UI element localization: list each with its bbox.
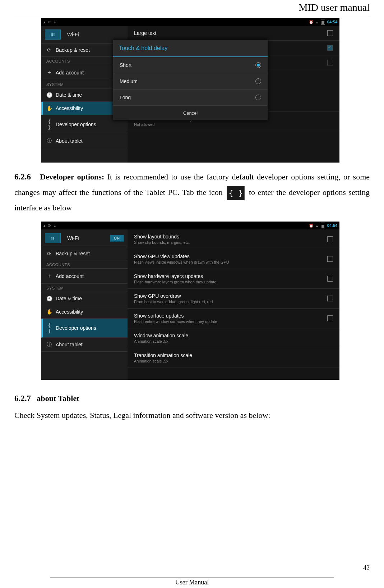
screenshot-developer-options: ▴ ⟳ ⇣ 04:54 Wi-Fi ON	[41, 222, 339, 380]
plus-icon	[46, 69, 52, 76]
wifi-on-toggle[interactable]: ON	[110, 235, 124, 242]
option-label: Medium	[120, 78, 138, 84]
statusbar-left-icons: ▴ ⟳ ⇣	[43, 223, 56, 228]
dialog-touch-hold-delay: Touch & hold delay Short Medium Long Can…	[113, 40, 268, 120]
download-icon: ⇣	[53, 20, 56, 24]
settings-content: Show layout boundsShow clip bounds, marg…	[128, 229, 339, 380]
header-title: MID user manual	[14, 2, 370, 13]
sidebar-item-add-account[interactable]: Add account	[41, 269, 128, 284]
setting-row[interactable]: Show GPU overdrawFrom best to worst: blu…	[128, 289, 339, 309]
setting-row[interactable]: Show layout boundsShow clip bounds, marg…	[128, 229, 339, 249]
footer: User Manual	[14, 578, 370, 586]
checkbox[interactable]	[327, 236, 333, 242]
checkbox[interactable]	[327, 276, 333, 282]
setting-title: Show surface updates	[134, 313, 217, 319]
setting-subtitle: Animation scale .5x	[134, 339, 188, 343]
hand-icon	[46, 105, 52, 111]
setting-row[interactable]: Window animation scaleAnimation scale .5…	[128, 328, 339, 348]
info-icon	[46, 341, 52, 348]
backup-icon	[46, 47, 52, 53]
clock-icon	[46, 296, 52, 301]
setting-title: Show layout bounds	[134, 234, 190, 240]
braces-icon	[46, 119, 52, 130]
setting-subtitle: Flash hardware layers green when they up…	[134, 280, 216, 284]
radio-selected[interactable]	[255, 62, 261, 68]
paragraph-627-line1: 6.2.7 about Tablet	[14, 391, 370, 406]
status-bar: ▴ ⟳ ⇣ 04:54	[41, 222, 339, 229]
sidebar-item-label: Add account	[56, 70, 84, 76]
sidebar-header-system: SYSTEM	[41, 284, 128, 292]
radio[interactable]	[255, 78, 261, 84]
setting-row-large-text[interactable]: Large text	[128, 26, 339, 41]
statusbar-time: 04:54	[327, 20, 337, 24]
clock-icon	[46, 92, 52, 98]
battery-icon	[321, 19, 325, 25]
setting-subtitle: From best to worst: blue, green, light r…	[134, 300, 213, 304]
option-label: Long	[120, 95, 131, 100]
wifi-signal-icon	[315, 20, 319, 24]
sidebar-item-label: About tablet	[56, 138, 83, 144]
hand-icon	[46, 309, 52, 315]
section-number: 6.2.6	[14, 172, 31, 181]
wifi-tile-icon	[45, 233, 61, 243]
backup-icon	[46, 251, 52, 256]
sidebar-item-backup-reset[interactable]: Backup & reset	[41, 247, 128, 260]
sidebar-item-label: About tablet	[56, 342, 83, 347]
checkbox[interactable]	[327, 315, 333, 321]
paragraph-627-line2: Check System updates, Status, Legal info…	[14, 408, 370, 423]
sidebar-item-label: Date & time	[56, 92, 82, 98]
dialog-option-medium[interactable]: Medium	[113, 73, 268, 90]
option-label: Short	[120, 62, 131, 68]
checkbox[interactable]	[327, 30, 333, 36]
checkbox[interactable]	[327, 60, 333, 65]
setting-title: Show hardware layers updates	[134, 273, 216, 279]
sidebar-header-accounts: ACCOUNTS	[41, 260, 128, 269]
dialog-option-short[interactable]: Short	[113, 57, 268, 73]
sidebar-item-label: Backup & reset	[56, 47, 90, 53]
checkbox[interactable]	[327, 296, 333, 301]
setting-title: Show GPU overdraw	[134, 293, 213, 299]
settings-sidebar: Wi-Fi ON Backup & reset ACCOUNTS Add acc…	[41, 229, 128, 380]
sidebar-item-wifi[interactable]: Wi-Fi ON	[41, 229, 128, 247]
wifi-signal-icon	[315, 223, 319, 228]
footer-label: User Manual	[175, 579, 209, 586]
sidebar-item-label: Accessibility	[56, 105, 83, 111]
sidebar-item-label: Developer options	[56, 122, 96, 127]
sidebar-item-developer-options[interactable]: Developer options	[41, 319, 128, 338]
sync-icon: ⟳	[48, 223, 51, 228]
battery-icon	[321, 223, 325, 228]
sync-icon: ⟳	[48, 20, 51, 24]
section-heading: about Tablet	[37, 394, 79, 403]
header-rule	[14, 15, 370, 15]
dialog-cancel-button[interactable]: Cancel	[113, 106, 268, 120]
radio[interactable]	[255, 95, 261, 100]
setting-subtitle: Show clip bounds, margins, etc.	[134, 240, 190, 245]
sidebar-item-label: Accessibility	[56, 309, 83, 315]
setting-title: Large text	[134, 30, 156, 36]
setting-row[interactable]: Show surface updatesFlash entire window …	[128, 309, 339, 328]
body-text: Check System updates, Status, Legal info…	[14, 411, 270, 420]
wifi-tile-icon	[45, 29, 61, 40]
caret-up-icon: ▴	[43, 223, 46, 228]
sidebar-item-about-tablet[interactable]: About tablet	[41, 134, 128, 148]
section-number: 6.2.7	[14, 394, 31, 403]
sidebar-item-accessibility[interactable]: Accessibility	[41, 305, 128, 319]
sidebar-item-date-time[interactable]: Date & time	[41, 292, 128, 305]
dialog-option-long[interactable]: Long	[113, 90, 268, 106]
braces-icon	[46, 322, 52, 334]
footer-rule	[50, 578, 334, 578]
sidebar-item-label: Wi-Fi	[67, 235, 79, 241]
checkbox[interactable]	[327, 256, 333, 262]
developer-options-icon: { }	[227, 186, 245, 200]
sidebar-item-about-tablet[interactable]: About tablet	[41, 338, 128, 352]
setting-row[interactable]: Transition animation scaleAnimation scal…	[128, 348, 339, 368]
page-number: 42	[363, 564, 370, 572]
download-icon: ⇣	[53, 223, 56, 228]
setting-title: Window animation scale	[134, 333, 188, 338]
setting-title: Transition animation scale	[134, 352, 192, 358]
checkbox-checked[interactable]	[327, 45, 333, 51]
setting-row[interactable]: Show hardware layers updatesFlash hardwa…	[128, 269, 339, 289]
setting-row[interactable]: Show GPU view updatesFlash views inside …	[128, 249, 339, 269]
statusbar-time: 04:54	[327, 223, 337, 228]
section-heading: Developer options:	[40, 172, 104, 181]
